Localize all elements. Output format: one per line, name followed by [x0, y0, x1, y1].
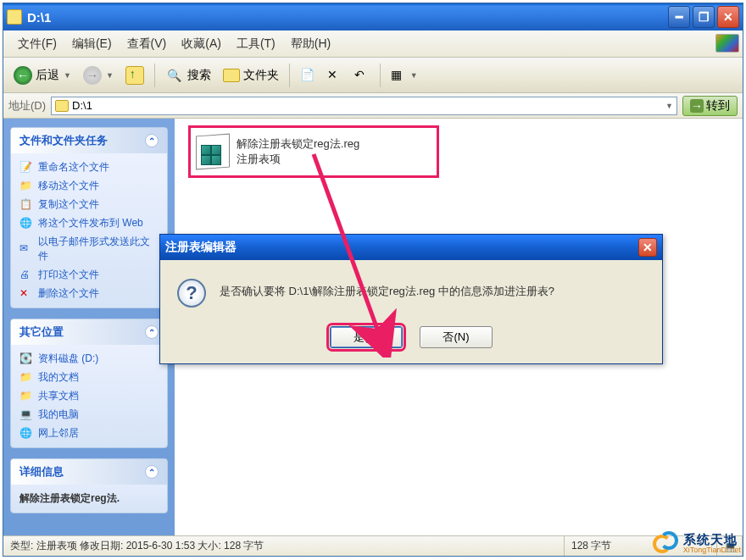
places-panel-header[interactable]: 其它位置 ⌃	[11, 319, 167, 345]
place-drive[interactable]: 💽资料磁盘 (D:)	[19, 352, 159, 366]
file-type: 注册表项	[237, 152, 359, 167]
shared-icon: 📁	[19, 390, 33, 403]
back-dropdown-icon[interactable]: ▼	[64, 71, 71, 80]
file-text: 解除注册表锁定reg法.reg 注册表项	[237, 136, 359, 166]
menu-edit[interactable]: 编辑(E)	[64, 33, 120, 55]
menu-favorites[interactable]: 收藏(A)	[174, 33, 229, 55]
maximize-button[interactable]: ❐	[693, 6, 715, 28]
window-controls: ━ ❐ ✕	[668, 6, 739, 28]
minimize-button[interactable]: ━	[668, 6, 690, 28]
copy-icon: 📋	[19, 198, 33, 212]
watermark-logo-icon	[653, 531, 678, 557]
forward-button[interactable]: → ▼	[78, 64, 119, 87]
address-dropdown-icon[interactable]: ▼	[665, 102, 673, 110]
collapse-icon[interactable]: ⌃	[145, 325, 159, 339]
dialog-close-button[interactable]: ✕	[638, 238, 657, 257]
collapse-icon[interactable]: ⌃	[145, 134, 159, 147]
task-label: 移动这个文件	[38, 179, 99, 193]
place-mydocs[interactable]: 📁我的文档	[19, 370, 159, 385]
place-label: 我的文档	[38, 370, 79, 385]
dialog-buttons: 是(Y) 否(N)	[160, 321, 662, 363]
menu-view[interactable]: 查看(V)	[120, 33, 175, 55]
menu-file[interactable]: 文件(F)	[10, 33, 64, 55]
computer-icon: 💻	[19, 408, 33, 422]
forward-icon: →	[83, 66, 102, 85]
go-label: 转到	[706, 98, 730, 114]
place-label: 共享文档	[38, 389, 79, 403]
places-panel-title: 其它位置	[19, 324, 64, 340]
menu-help[interactable]: 帮助(H)	[283, 33, 338, 55]
menubar: 文件(F) 编辑(E) 查看(V) 收藏(A) 工具(T) 帮助(H)	[3, 30, 743, 58]
dialog-body: ? 是否确认要将 D:\1\解除注册表锁定reg法.reg 中的信息添加进注册表…	[160, 260, 662, 321]
details-panel-header[interactable]: 详细信息 ⌃	[11, 459, 167, 485]
toolbar: ← 后退 ▼ → ▼ 🔍 搜索 文件夹 📄 ✕ ↶ ▦▼	[3, 58, 743, 93]
statusbar: 类型: 注册表项 修改日期: 2015-6-30 1:53 大小: 128 字节…	[3, 535, 743, 556]
mydocs-icon: 📁	[19, 371, 33, 385]
go-icon: →	[690, 99, 704, 113]
move-icon: 📁	[19, 180, 33, 193]
reg-file-icon	[196, 135, 230, 169]
views-button[interactable]: ▦▼	[386, 65, 423, 86]
up-button[interactable]	[120, 64, 149, 87]
menu-tools[interactable]: 工具(T)	[229, 33, 283, 55]
go-button[interactable]: → 转到	[682, 96, 738, 116]
place-mycomputer[interactable]: 💻我的电脑	[19, 408, 159, 422]
details-panel-title: 详细信息	[19, 464, 64, 480]
yes-button[interactable]: 是(Y)	[330, 326, 403, 348]
windows-flag-icon[interactable]	[715, 34, 739, 53]
views-dropdown-icon[interactable]: ▼	[410, 71, 418, 80]
folders-button[interactable]: 文件夹	[218, 65, 284, 86]
tasks-panel-header[interactable]: 文件和文件夹任务 ⌃	[11, 128, 167, 153]
folders-icon	[223, 69, 240, 82]
watermark-en: XiTongTianDi.net	[683, 546, 741, 555]
delete-icon: ✕	[19, 287, 33, 301]
places-panel-body: 💽资料磁盘 (D:) 📁我的文档 📁共享文档 💻我的电脑 🌐网上邻居	[11, 345, 167, 447]
tasks-panel-body: 📝重命名这个文件 📁移动这个文件 📋复制这个文件 🌐将这个文件发布到 Web ✉…	[11, 153, 167, 308]
task-copy[interactable]: 📋复制这个文件	[19, 197, 159, 212]
place-label: 资料磁盘 (D:)	[38, 352, 98, 366]
folder-icon	[55, 100, 69, 112]
address-label: 地址(D)	[8, 98, 46, 114]
file-item[interactable]: 解除注册表锁定reg法.reg 注册表项	[188, 125, 439, 178]
task-label: 打印这个文件	[38, 268, 99, 282]
details-filename: 解除注册表锁定reg法.	[19, 491, 159, 506]
place-network[interactable]: 🌐网上邻居	[19, 426, 159, 441]
folders-label: 文件夹	[243, 68, 279, 83]
task-rename[interactable]: 📝重命名这个文件	[19, 160, 159, 175]
address-input[interactable]: D:\1 ▼	[51, 97, 677, 115]
task-publish[interactable]: 🌐将这个文件发布到 Web	[19, 216, 159, 230]
task-move[interactable]: 📁移动这个文件	[19, 179, 159, 193]
yes-label: 是(Y)	[354, 330, 379, 345]
search-icon: 🔍	[165, 66, 184, 85]
email-icon: ✉	[19, 242, 33, 256]
task-label: 删除这个文件	[38, 286, 99, 301]
place-shared[interactable]: 📁共享文档	[19, 389, 159, 403]
back-icon: ←	[14, 66, 32, 85]
dialog-titlebar[interactable]: 注册表编辑器 ✕	[160, 235, 662, 260]
task-email[interactable]: ✉以电子邮件形式发送此文件	[19, 235, 159, 263]
tasks-panel: 文件和文件夹任务 ⌃ 📝重命名这个文件 📁移动这个文件 📋复制这个文件 🌐将这个…	[10, 127, 168, 308]
details-panel-body: 解除注册表锁定reg法.	[11, 485, 167, 513]
close-button[interactable]: ✕	[717, 6, 739, 28]
no-label: 否(N)	[443, 330, 469, 345]
task-delete[interactable]: ✕删除这个文件	[19, 286, 159, 301]
delete-button[interactable]: ↶	[349, 65, 375, 86]
question-icon: ?	[177, 279, 206, 308]
search-button[interactable]: 🔍 搜索	[160, 64, 216, 87]
copy-to-button[interactable]: ✕	[322, 65, 348, 86]
collapse-icon[interactable]: ⌃	[145, 465, 159, 479]
move-to-button[interactable]: 📄	[295, 65, 320, 86]
forward-dropdown-icon[interactable]: ▼	[106, 71, 114, 80]
rename-icon: 📝	[19, 161, 33, 175]
status-left: 类型: 注册表项 修改日期: 2015-6-30 1:53 大小: 128 字节	[3, 536, 565, 556]
no-button[interactable]: 否(N)	[420, 326, 493, 348]
titlebar[interactable]: D:\1 ━ ❐ ✕	[3, 3, 743, 30]
network-icon: 🌐	[19, 427, 33, 441]
dialog-title: 注册表编辑器	[165, 240, 638, 255]
regedit-dialog: 注册表编辑器 ✕ ? 是否确认要将 D:\1\解除注册表锁定reg法.reg 中…	[159, 234, 663, 364]
task-print[interactable]: 🖨打印这个文件	[19, 268, 159, 282]
task-label: 将这个文件发布到 Web	[38, 216, 143, 230]
back-button[interactable]: ← 后退 ▼	[8, 64, 76, 87]
file-name: 解除注册表锁定reg法.reg	[237, 136, 359, 152]
separator	[380, 64, 381, 87]
